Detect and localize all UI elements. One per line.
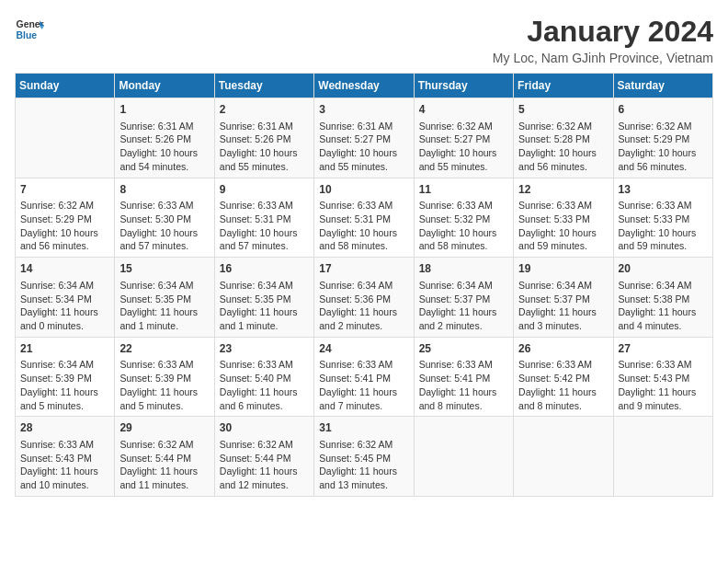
day-number: 30: [220, 420, 309, 436]
cell-content-line: and 59 minutes.: [518, 239, 608, 253]
cell-content-line: Sunset: 5:39 PM: [20, 372, 109, 385]
cell-content-line: Daylight: 11 hours: [518, 305, 608, 319]
cell-content-line: Sunrise: 6:34 AM: [119, 279, 209, 293]
cell-content-line: Daylight: 10 hours: [220, 146, 309, 160]
cell-content-line: Sunset: 5:27 PM: [419, 132, 508, 146]
calendar-cell: 24Sunrise: 6:33 AMSunset: 5:41 PMDayligh…: [314, 337, 414, 417]
cell-content-line: Sunrise: 6:33 AM: [419, 358, 508, 372]
cell-content-line: and 1 minute.: [119, 319, 209, 333]
cell-content-line: Sunrise: 6:33 AM: [619, 358, 708, 372]
calendar-cell: 30Sunrise: 6:32 AMSunset: 5:44 PMDayligh…: [214, 417, 313, 497]
calendar-cell: 13Sunrise: 6:33 AMSunset: 5:33 PMDayligh…: [613, 178, 712, 258]
day-number: 8: [119, 182, 209, 198]
cell-content-line: Sunrise: 6:31 AM: [319, 120, 408, 133]
cell-content-line: Sunrise: 6:33 AM: [419, 199, 508, 213]
cell-content-line: and 8 minutes.: [518, 399, 608, 413]
cell-content-line: Sunrise: 6:33 AM: [518, 358, 608, 372]
cell-content-line: Daylight: 10 hours: [319, 226, 408, 240]
cell-content-line: Daylight: 11 hours: [319, 385, 408, 399]
cell-content-line: Daylight: 10 hours: [119, 146, 209, 160]
cell-content-line: Sunset: 5:35 PM: [220, 293, 309, 306]
cell-content-line: Daylight: 11 hours: [319, 465, 408, 478]
calendar-cell: 2Sunrise: 6:31 AMSunset: 5:26 PMDaylight…: [214, 98, 313, 178]
cell-content-line: Sunrise: 6:34 AM: [419, 279, 508, 293]
day-number: 22: [119, 341, 209, 357]
cell-content-line: and 56 minutes.: [518, 160, 608, 174]
cell-content-line: and 9 minutes.: [619, 399, 708, 413]
calendar-cell: 4Sunrise: 6:32 AMSunset: 5:27 PMDaylight…: [414, 98, 513, 178]
title-area: January 2024 My Loc, Nam GJinh Province,…: [493, 15, 713, 65]
cell-content-line: Sunset: 5:29 PM: [20, 213, 109, 226]
day-number: 12: [518, 182, 608, 198]
day-number: 13: [619, 182, 708, 198]
week-row-4: 21Sunrise: 6:34 AMSunset: 5:39 PMDayligh…: [16, 337, 713, 417]
day-number: 1: [119, 102, 209, 118]
calendar-cell: 18Sunrise: 6:34 AMSunset: 5:37 PMDayligh…: [414, 258, 513, 338]
cell-content-line: Sunset: 5:39 PM: [119, 372, 209, 385]
cell-content-line: Daylight: 11 hours: [220, 305, 309, 319]
cell-content-line: Daylight: 10 hours: [518, 226, 608, 240]
page-header: General Blue January 2024 My Loc, Nam GJ…: [15, 15, 713, 65]
cell-content-line: and 5 minutes.: [20, 399, 109, 413]
cell-content-line: Sunset: 5:37 PM: [419, 293, 508, 306]
cell-content-line: and 6 minutes.: [220, 399, 309, 413]
cell-content-line: and 56 minutes.: [619, 160, 708, 174]
calendar-cell: 8Sunrise: 6:33 AMSunset: 5:30 PMDaylight…: [115, 178, 214, 258]
cell-content-line: Daylight: 11 hours: [220, 465, 309, 478]
cell-content-line: Sunrise: 6:34 AM: [619, 279, 708, 293]
cell-content-line: Daylight: 10 hours: [419, 226, 508, 240]
cell-content-line: Sunrise: 6:33 AM: [119, 358, 209, 372]
cell-content-line: and 1 minute.: [220, 319, 309, 333]
cell-content-line: Sunrise: 6:34 AM: [20, 358, 109, 372]
cell-content-line: Sunrise: 6:33 AM: [220, 358, 309, 372]
cell-content-line: Daylight: 10 hours: [220, 226, 309, 240]
cell-content-line: Sunrise: 6:34 AM: [518, 279, 608, 293]
day-number: 5: [518, 102, 608, 118]
calendar-cell: 31Sunrise: 6:32 AMSunset: 5:45 PMDayligh…: [314, 417, 414, 497]
calendar-cell: 29Sunrise: 6:32 AMSunset: 5:44 PMDayligh…: [115, 417, 214, 497]
cell-content-line: Daylight: 11 hours: [619, 385, 708, 399]
cell-content-line: Daylight: 11 hours: [619, 305, 708, 319]
cell-content-line: Daylight: 10 hours: [619, 226, 708, 240]
cell-content-line: and 0 minutes.: [20, 319, 109, 333]
cell-content-line: Sunrise: 6:31 AM: [220, 120, 309, 133]
cell-content-line: Daylight: 11 hours: [119, 305, 209, 319]
cell-content-line: Sunrise: 6:32 AM: [619, 120, 708, 133]
cell-content-line: Sunrise: 6:31 AM: [119, 120, 209, 133]
calendar-cell: 27Sunrise: 6:33 AMSunset: 5:43 PMDayligh…: [613, 337, 712, 417]
calendar-cell: 10Sunrise: 6:33 AMSunset: 5:31 PMDayligh…: [314, 178, 414, 258]
calendar-cell: [514, 417, 613, 497]
calendar-cell: 21Sunrise: 6:34 AMSunset: 5:39 PMDayligh…: [16, 337, 115, 417]
cell-content-line: and 8 minutes.: [419, 399, 508, 413]
day-number: 24: [319, 341, 408, 357]
cell-content-line: Sunset: 5:35 PM: [119, 293, 209, 306]
cell-content-line: Daylight: 11 hours: [518, 385, 608, 399]
header-cell-friday: Friday: [514, 74, 613, 98]
cell-content-line: and 55 minutes.: [220, 160, 309, 174]
cell-content-line: Sunset: 5:36 PM: [319, 293, 408, 306]
cell-content-line: and 13 minutes.: [319, 478, 408, 492]
cell-content-line: Sunset: 5:33 PM: [619, 213, 708, 226]
cell-content-line: Sunrise: 6:34 AM: [220, 279, 309, 293]
cell-content-line: Daylight: 11 hours: [419, 385, 508, 399]
day-number: 7: [20, 182, 109, 198]
cell-content-line: Daylight: 11 hours: [319, 305, 408, 319]
calendar-cell: [613, 417, 712, 497]
day-number: 20: [619, 261, 708, 277]
calendar-cell: 11Sunrise: 6:33 AMSunset: 5:32 PMDayligh…: [414, 178, 513, 258]
day-number: 16: [220, 261, 309, 277]
cell-content-line: Sunrise: 6:34 AM: [319, 279, 408, 293]
cell-content-line: Daylight: 10 hours: [319, 146, 408, 160]
cell-content-line: Sunset: 5:31 PM: [319, 213, 408, 226]
day-number: 29: [119, 420, 209, 436]
cell-content-line: Sunrise: 6:33 AM: [119, 199, 209, 213]
cell-content-line: and 5 minutes.: [119, 399, 209, 413]
cell-content-line: Sunset: 5:33 PM: [518, 213, 608, 226]
day-number: 21: [20, 341, 109, 357]
cell-content-line: and 59 minutes.: [619, 239, 708, 253]
cell-content-line: Sunset: 5:40 PM: [220, 372, 309, 385]
cell-content-line: Sunset: 5:31 PM: [220, 213, 309, 226]
calendar-cell: [414, 417, 513, 497]
cell-content-line: Sunrise: 6:32 AM: [220, 438, 309, 452]
cell-content-line: Sunrise: 6:32 AM: [419, 120, 508, 133]
